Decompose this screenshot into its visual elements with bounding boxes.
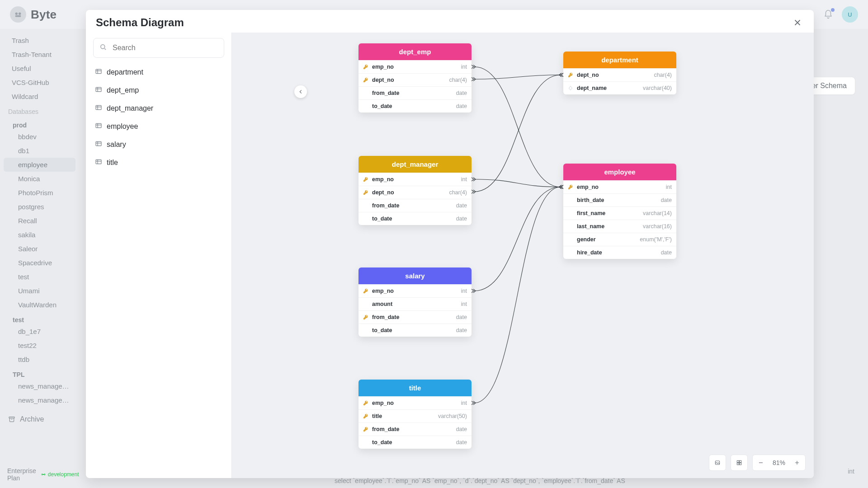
- bg-nav-item[interactable]: Useful: [4, 61, 75, 75]
- fit-image-button[interactable]: [709, 455, 726, 471]
- table-card-salary[interactable]: salaryemp_nointamountintfrom_datedateto_…: [359, 267, 472, 337]
- table-list-item[interactable]: dept_emp: [93, 81, 224, 99]
- table-list-item[interactable]: employee: [93, 117, 224, 136]
- svg-point-1: [19, 12, 21, 15]
- table-list: departmentdept_empdept_manageremployeesa…: [93, 63, 224, 172]
- index-icon: [568, 85, 573, 91]
- column-name: emp_no: [363, 176, 394, 183]
- diagram-canvas[interactable]: 81% dept_empemp_nointdept_nochar(4)from_…: [232, 33, 814, 478]
- table-list-item[interactable]: department: [93, 63, 224, 81]
- bg-nav-item[interactable]: Trash-Tenant: [4, 47, 75, 61]
- bg-archive[interactable]: Archive: [0, 411, 79, 428]
- bg-nav-item[interactable]: postgres: [4, 200, 75, 214]
- bg-nav-sub[interactable]: test: [0, 312, 79, 324]
- column-type: varchar(40): [643, 85, 672, 91]
- column-row: from_datedate: [359, 310, 472, 324]
- column-name: emp_no: [363, 400, 394, 406]
- column-row: emp_noint: [359, 284, 472, 297]
- zoom-level: 81%: [769, 459, 789, 466]
- key-icon: [363, 177, 368, 182]
- column-name: emp_no: [363, 64, 394, 70]
- table-icon: [95, 158, 102, 167]
- search-box[interactable]: [93, 38, 224, 58]
- key-icon: [363, 77, 368, 83]
- bg-nav-item[interactable]: PhotoPrism: [4, 186, 75, 200]
- column-row: first_namevarchar(14): [563, 206, 676, 220]
- table-list-label: title: [107, 159, 118, 167]
- bg-nav-item[interactable]: VCS-GitHub: [4, 75, 75, 89]
- column-type: int: [461, 400, 467, 406]
- table-card-title[interactable]: titleemp_nointtitlevarchar(50)from_dated…: [359, 380, 472, 449]
- bg-nav-item[interactable]: ttdb: [4, 352, 75, 366]
- svg-rect-11: [96, 160, 101, 164]
- table-header: salary: [359, 267, 472, 284]
- bg-nav-item[interactable]: test22: [4, 338, 75, 352]
- column-row: titlevarchar(50): [359, 409, 472, 422]
- bg-nav-item[interactable]: Wildcard: [4, 89, 75, 103]
- column-type: date: [456, 314, 467, 320]
- bg-nav-item[interactable]: bbdev: [4, 130, 75, 144]
- zoom-out-button[interactable]: [753, 455, 769, 470]
- bg-nav-item[interactable]: Umami: [4, 284, 75, 298]
- zoom-in-button[interactable]: [789, 455, 805, 470]
- collapse-handle[interactable]: [294, 85, 307, 98]
- column-name: dept_name: [568, 85, 607, 91]
- bg-nav-item[interactable]: test: [4, 270, 75, 284]
- column-type: date: [661, 249, 672, 256]
- bg-nav-item[interactable]: db1: [4, 144, 75, 158]
- table-list-item[interactable]: title: [93, 154, 224, 172]
- column-type: varchar(50): [438, 413, 467, 419]
- bg-nav-sub[interactable]: TPL: [0, 366, 79, 379]
- column-row: genderenum('M','F'): [563, 233, 676, 246]
- table-list-panel: departmentdept_empdept_manageremployeesa…: [86, 33, 232, 478]
- key-icon: [363, 190, 368, 195]
- table-list-label: department: [107, 68, 143, 76]
- column-name: from_date: [363, 314, 399, 320]
- bg-nav-item[interactable]: Trash: [4, 33, 75, 47]
- zoom-controls: 81%: [752, 455, 806, 471]
- grid-button[interactable]: [731, 455, 748, 471]
- avatar[interactable]: U: [842, 6, 858, 23]
- table-list-item[interactable]: salary: [93, 136, 224, 154]
- search-input[interactable]: [112, 43, 218, 52]
- column-name: from_date: [363, 202, 399, 209]
- column-row: emp_noint: [563, 180, 676, 193]
- table-list-item[interactable]: dept_manager: [93, 99, 224, 117]
- table-card-department[interactable]: departmentdept_nochar(4)dept_namevarchar…: [563, 52, 676, 94]
- table-header: dept_emp: [359, 43, 472, 60]
- close-button[interactable]: [791, 16, 804, 29]
- bg-nav-sub[interactable]: prod: [0, 117, 79, 130]
- bg-nav-item[interactable]: db_1e7: [4, 324, 75, 338]
- bg-nav-item[interactable]: Monica: [4, 172, 75, 186]
- relationship-edge: [474, 75, 561, 192]
- column-name: birth_date: [568, 197, 604, 203]
- table-icon: [95, 140, 102, 149]
- table-list-label: dept_emp: [107, 86, 139, 94]
- svg-rect-9: [96, 123, 101, 127]
- bg-nav-item[interactable]: sakila: [4, 228, 75, 242]
- table-card-dept_manager[interactable]: dept_manageremp_nointdept_nochar(4)from_…: [359, 156, 472, 225]
- column-name: last_name: [568, 223, 604, 230]
- bg-nav-item[interactable]: Spacedrive: [4, 256, 75, 270]
- table-card-dept_emp[interactable]: dept_empemp_nointdept_nochar(4)from_date…: [359, 43, 472, 113]
- table-header: dept_manager: [359, 156, 472, 173]
- column-name: hire_date: [568, 249, 602, 256]
- bg-nav-item[interactable]: Recall: [4, 214, 75, 228]
- column-row: to_datedate: [359, 99, 472, 113]
- bg-nav-item[interactable]: employee: [4, 158, 75, 172]
- bg-nav-item[interactable]: Saleor: [4, 242, 75, 256]
- key-icon: [568, 184, 573, 190]
- key-icon: [363, 400, 368, 406]
- bg-nav-item[interactable]: VaultWarden: [4, 298, 75, 312]
- table-card-employee[interactable]: employeeemp_nointbirth_datedatefirst_nam…: [563, 164, 676, 259]
- column-row: from_datedate: [359, 199, 472, 212]
- table-header: title: [359, 380, 472, 396]
- column-row: emp_noint: [359, 396, 472, 409]
- bg-nav-item[interactable]: news_manage…: [4, 393, 75, 407]
- bell-icon[interactable]: [823, 9, 834, 20]
- relationship-edge: [474, 67, 561, 187]
- brand: Byte: [10, 6, 57, 23]
- column-type: int: [461, 301, 467, 307]
- bg-nav-item[interactable]: news_manage…: [4, 379, 75, 393]
- table-list-label: salary: [107, 141, 126, 149]
